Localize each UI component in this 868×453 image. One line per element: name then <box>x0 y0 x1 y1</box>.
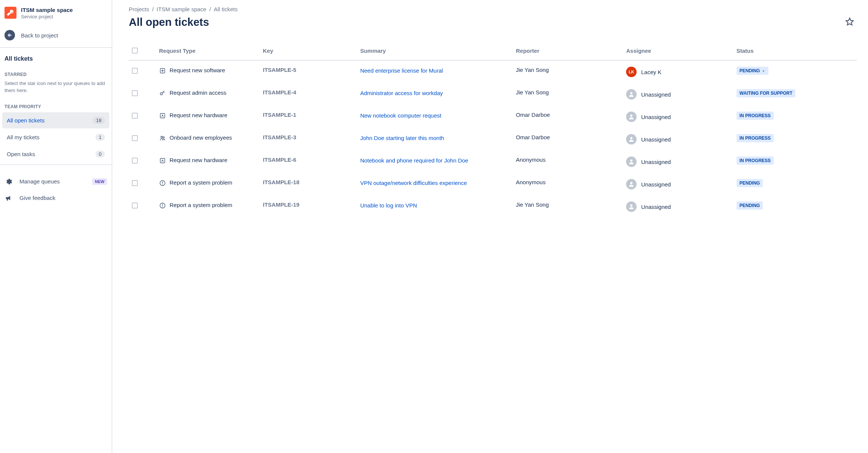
queue-label: All open tickets <box>7 117 45 124</box>
ticket-key[interactable]: ITSAMPLE-5 <box>263 67 296 73</box>
reporter-name: Jie Yan Song <box>516 89 549 95</box>
breadcrumb-projects[interactable]: Projects <box>129 6 149 12</box>
table-row: Onboard new employeesITSAMPLE-3John Doe … <box>129 128 857 151</box>
queue-item[interactable]: All open tickets18 <box>2 112 109 128</box>
table-row: Request new hardwareITSAMPLE-1New notebo… <box>129 106 857 128</box>
queue-count: 0 <box>95 151 105 158</box>
status-text: IN PROGRESS <box>740 136 771 141</box>
breadcrumb-separator: / <box>152 6 154 12</box>
summary-link[interactable]: VPN outage/network difficulties experien… <box>360 180 467 186</box>
select-all-checkbox[interactable] <box>132 48 138 54</box>
breadcrumb-separator: / <box>209 6 211 12</box>
manage-queues-button[interactable]: Manage queues NEW <box>0 173 112 190</box>
main-content: Projects / ITSM sample space / All ticke… <box>112 0 868 453</box>
status-badge[interactable]: PENDING <box>737 179 763 187</box>
summary-link[interactable]: John Doe starting later this month <box>360 135 444 141</box>
breadcrumb-space[interactable]: ITSM sample space <box>157 6 206 12</box>
assignee-name: Unassigned <box>641 91 671 98</box>
assignee-name: Unassigned <box>641 204 671 210</box>
summary-link[interactable]: Notebook and phone required for John Doe <box>360 157 468 164</box>
ticket-key[interactable]: ITSAMPLE-18 <box>263 179 300 185</box>
svg-point-13 <box>630 204 632 207</box>
row-checkbox[interactable] <box>132 90 138 96</box>
queue-item[interactable]: All my tickets1 <box>2 129 109 145</box>
row-checkbox[interactable] <box>132 135 138 141</box>
wrench-icon <box>4 7 16 19</box>
unassigned-avatar-icon <box>626 179 637 189</box>
status-text: PENDING <box>740 180 760 186</box>
table-row: Report a system problemITSAMPLE-18VPN ou… <box>129 173 857 195</box>
reporter-name: Jie Yan Song <box>516 67 549 73</box>
give-feedback-label: Give feedback <box>19 195 107 201</box>
svg-point-6 <box>163 137 164 138</box>
status-badge[interactable]: IN PROGRESS <box>737 112 774 120</box>
user-avatar: LK <box>626 67 637 77</box>
people-icon <box>159 135 166 142</box>
star-icon <box>845 17 855 27</box>
column-request-type[interactable]: Request Type <box>156 43 260 60</box>
back-to-project-button[interactable]: Back to project <box>0 25 112 46</box>
project-title: ITSM sample space <box>21 7 73 13</box>
svg-point-4 <box>630 115 632 117</box>
svg-rect-3 <box>160 113 165 118</box>
alert-icon <box>159 202 166 209</box>
reporter-name: Anonymous <box>516 179 546 185</box>
gear-icon <box>4 178 13 185</box>
starred-helper: Select the star icon next to your queues… <box>0 79 112 97</box>
row-checkbox[interactable] <box>132 158 138 164</box>
reporter-name: Omar Darboe <box>516 112 550 118</box>
status-badge[interactable]: PENDING <box>737 67 769 75</box>
breadcrumb-alltickets[interactable]: All tickets <box>214 6 237 12</box>
table-row: Request new softwareITSAMPLE-5Need enter… <box>129 60 857 83</box>
status-badge[interactable]: IN PROGRESS <box>737 156 774 165</box>
column-assignee[interactable]: Assignee <box>623 43 734 60</box>
row-checkbox[interactable] <box>132 113 138 119</box>
ticket-key[interactable]: ITSAMPLE-4 <box>263 89 296 95</box>
ticket-key[interactable]: ITSAMPLE-1 <box>263 112 296 118</box>
status-text: IN PROGRESS <box>740 158 771 163</box>
request-type-label: Report a system problem <box>170 179 233 186</box>
row-checkbox[interactable] <box>132 180 138 186</box>
request-type-label: Request admin access <box>170 89 227 97</box>
request-type-label: Report a system problem <box>170 201 233 209</box>
column-summary[interactable]: Summary <box>357 43 513 60</box>
assignee-name: Unassigned <box>641 136 671 143</box>
row-checkbox[interactable] <box>132 68 138 74</box>
ticket-table: Request Type Key Summary Reporter Assign… <box>129 43 857 218</box>
column-reporter[interactable]: Reporter <box>513 43 623 60</box>
status-badge[interactable]: PENDING <box>737 201 763 210</box>
column-key[interactable]: Key <box>260 43 357 60</box>
status-badge[interactable]: IN PROGRESS <box>737 134 774 142</box>
hardware-icon <box>159 112 166 119</box>
svg-rect-8 <box>160 158 165 163</box>
give-feedback-button[interactable]: Give feedback <box>0 190 112 206</box>
arrow-left-icon <box>4 30 15 40</box>
star-button[interactable] <box>843 15 857 30</box>
ticket-key[interactable]: ITSAMPLE-3 <box>263 134 296 140</box>
request-type-label: Request new software <box>170 67 225 74</box>
unassigned-avatar-icon <box>626 134 637 145</box>
unassigned-avatar-icon <box>626 156 637 167</box>
row-checkbox[interactable] <box>132 203 138 209</box>
svg-point-11 <box>630 182 632 184</box>
summary-link[interactable]: Unable to log into VPN <box>360 202 417 209</box>
table-row: Request new hardwareITSAMPLE-6Notebook a… <box>129 151 857 173</box>
ticket-key[interactable]: ITSAMPLE-19 <box>263 201 300 208</box>
starred-heading: STARRED <box>0 65 112 79</box>
summary-link[interactable]: Administrator access for workday <box>360 90 443 96</box>
summary-link[interactable]: Need enterprise license for Mural <box>360 67 443 74</box>
queue-item[interactable]: Open tasks0 <box>2 146 109 162</box>
queue-label: All my tickets <box>7 134 40 140</box>
all-tickets-heading[interactable]: All tickets <box>0 52 112 65</box>
unassigned-avatar-icon <box>626 112 637 122</box>
project-subtitle: Service project <box>21 14 73 19</box>
summary-link[interactable]: New notebook computer request <box>360 112 441 119</box>
status-badge[interactable]: WAITING FOR SUPPORT <box>737 89 795 97</box>
divider <box>0 164 112 165</box>
request-type-label: Request new hardware <box>170 156 227 164</box>
status-text: IN PROGRESS <box>740 113 771 118</box>
ticket-key[interactable]: ITSAMPLE-6 <box>263 156 296 163</box>
sidebar: ITSM sample space Service project Back t… <box>0 0 112 453</box>
column-status[interactable]: Status <box>734 43 857 60</box>
queue-label: Open tasks <box>7 151 35 157</box>
